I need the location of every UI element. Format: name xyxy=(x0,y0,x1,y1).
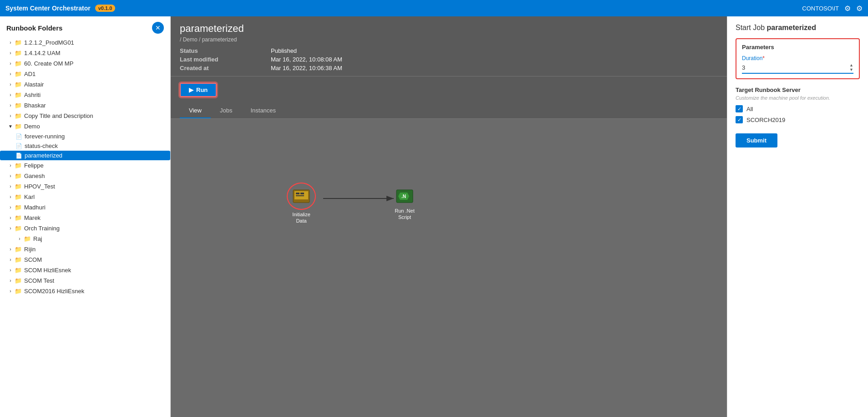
sidebar-close-button[interactable]: ✕ xyxy=(152,22,164,34)
sidebar-item-hpov[interactable]: › 📁 HPOV_Test xyxy=(0,181,170,192)
folder-label: Madhuri xyxy=(24,204,46,211)
sidebar-item-bhaskar[interactable]: › 📁 Bhaskar xyxy=(0,100,170,111)
chevron-icon: › xyxy=(6,173,15,178)
sidebar-item-ganesh[interactable]: › 📁 Ganesh xyxy=(0,171,170,181)
tab-instances[interactable]: Instances xyxy=(241,103,285,118)
play-icon: ▶ xyxy=(189,86,193,93)
content-area: parameterized / Demo / parameterized Sta… xyxy=(171,16,727,417)
folder-tree: › 📁 1.2.1.2_ProdMG01 › 📁 1.4.14.2 UAM › … xyxy=(0,37,170,296)
folder-label: SCOM HizliEsnek xyxy=(24,267,71,274)
chevron-icon: › xyxy=(6,184,15,189)
file-icon: 📄 xyxy=(15,153,22,159)
checkbox-all-row: ✓ All xyxy=(736,105,860,112)
panel-title: Start Job parameterized xyxy=(736,24,860,32)
params-section-title: Parameters xyxy=(742,44,853,51)
sidebar-item-scom2016[interactable]: › 📁 SCOM2016 HizliEsnek xyxy=(0,286,170,296)
checkbox-all[interactable]: ✓ xyxy=(736,105,743,112)
folder-label: Ganesh xyxy=(24,173,45,179)
sidebar-item-felippe[interactable]: › 📁 Felippe xyxy=(0,160,170,171)
folder-icon: 📁 xyxy=(15,162,22,169)
sidebar-item-raj[interactable]: › 📁 Raj xyxy=(0,234,170,244)
chevron-icon: › xyxy=(6,71,15,76)
folder-icon: 📁 xyxy=(15,267,22,274)
sidebar-item-status-check[interactable]: 📄 status-check xyxy=(0,141,170,151)
folder-icon: 📁 xyxy=(15,92,22,98)
sidebar-item-scomtest[interactable]: › 📁 SCOM Test xyxy=(0,275,170,286)
sidebar-item-demo[interactable]: ▼ 📁 Demo xyxy=(0,121,170,132)
panel-title-start: Start Job xyxy=(736,24,766,31)
content-header: parameterized / Demo / parameterized Sta… xyxy=(171,16,727,76)
submit-button[interactable]: Submit xyxy=(736,133,777,147)
sidebar-item-60[interactable]: › 📁 60. Create OM MP xyxy=(0,58,170,69)
chevron-icon: › xyxy=(6,247,15,252)
folder-icon: 📁 xyxy=(15,123,22,130)
sidebar-item-rijin[interactable]: › 📁 Rijin xyxy=(0,244,170,254)
chevron-icon: › xyxy=(6,163,15,168)
chevron-icon: › xyxy=(6,113,15,118)
sidebar-item-scomhizli[interactable]: › 📁 SCOM HizliEsnek xyxy=(0,265,170,275)
sidebar-item-1414[interactable]: › 📁 1.4.14.2 UAM xyxy=(0,48,170,58)
created-at-value: Mar 16, 2022, 10:06:38 AM xyxy=(271,65,718,71)
parameters-box: Parameters Duration* ▲ ▼ xyxy=(736,38,860,79)
tabs-bar: View Jobs Instances xyxy=(171,103,727,119)
workflow-node-initialize[interactable]: InitializeData xyxy=(287,183,316,224)
sidebar-item-forever-running[interactable]: 📄 forever-running xyxy=(0,132,170,141)
sidebar-item-copytitle[interactable]: › 📁 Copy Title and Description xyxy=(0,111,170,121)
sidebar-item-scom[interactable]: › 📁 SCOM xyxy=(0,254,170,265)
chevron-icon: › xyxy=(6,61,15,66)
node-highlight xyxy=(287,183,316,210)
sidebar-item-orch[interactable]: › 📁 Orch Training xyxy=(0,223,170,234)
folder-label: Bhaskar xyxy=(24,102,46,109)
folder-label: Copy Title and Description xyxy=(24,112,93,119)
chevron-icon: › xyxy=(6,226,15,231)
topbar-left: System Center Orchestrator v0.1.0 xyxy=(5,5,115,12)
tab-jobs[interactable]: Jobs xyxy=(211,103,241,118)
chevron-icon: › xyxy=(6,289,15,294)
status-label: Status xyxy=(180,47,262,54)
folder-label: SCOM xyxy=(24,256,42,263)
node-label-dotnet: Run .NetScript xyxy=(395,208,414,221)
chevron-icon: › xyxy=(6,215,15,220)
checkbox-scorch[interactable]: ✓ xyxy=(736,116,743,123)
last-modified-value: Mar 16, 2022, 10:08:08 AM xyxy=(271,56,718,63)
folder-icon: 📁 xyxy=(15,225,22,232)
folder-icon: 📁 xyxy=(24,235,31,242)
right-panel: Start Job parameterized Parameters Durat… xyxy=(727,16,868,417)
sidebar-item-marek[interactable]: › 📁 Marek xyxy=(0,213,170,223)
sidebar-item-madhuri[interactable]: › 📁 Madhuri xyxy=(0,202,170,213)
sidebar-item-ashriti[interactable]: › 📁 Ashriti xyxy=(0,90,170,100)
folder-label: Raj xyxy=(33,235,42,242)
folder-label: Demo xyxy=(24,123,40,130)
duration-spinner[interactable]: ▲ ▼ xyxy=(849,63,853,72)
sidebar-item-parameterized[interactable]: 📄 parameterized xyxy=(0,151,170,160)
tab-view[interactable]: View xyxy=(180,103,211,118)
duration-label: Duration* xyxy=(742,55,853,61)
duration-input[interactable] xyxy=(742,64,848,71)
folder-icon: 📁 xyxy=(15,204,22,211)
node-icon-dotnet: .N xyxy=(394,186,416,206)
svg-text:.N: .N xyxy=(401,194,406,199)
settings-icon[interactable]: ⚙ xyxy=(844,4,851,13)
sidebar-header: Runbook Folders ✕ xyxy=(0,16,170,37)
sidebar: Runbook Folders ✕ › 📁 1.2.1.2_ProdMG01 ›… xyxy=(0,16,171,417)
workflow-node-dotnet[interactable]: .N Run .NetScript xyxy=(394,186,416,221)
folder-icon: 📁 xyxy=(15,50,22,56)
file-label: parameterized xyxy=(25,152,62,159)
sidebar-item-1212[interactable]: › 📁 1.2.1.2_ProdMG01 xyxy=(0,37,170,48)
file-label: forever-running xyxy=(25,133,65,140)
chevron-icon: › xyxy=(6,92,15,97)
folder-label: AD1 xyxy=(24,71,36,77)
sidebar-title: Runbook Folders xyxy=(6,24,62,32)
folder-label: 60. Create OM MP xyxy=(24,60,73,67)
folder-icon: 📁 xyxy=(15,288,22,295)
sidebar-item-karl[interactable]: › 📁 Karl xyxy=(0,192,170,202)
run-button[interactable]: ▶ Run xyxy=(180,83,217,97)
sidebar-item-alastair[interactable]: › 📁 Alastair xyxy=(0,79,170,90)
topbar-user: CONTOSO\IT xyxy=(802,5,839,12)
chevron-icon: ▼ xyxy=(6,124,15,129)
folder-icon: 📁 xyxy=(15,81,22,88)
canvas-area: InitializeData .N Run .NetScript xyxy=(171,119,727,417)
sidebar-item-ad1[interactable]: › 📁 AD1 xyxy=(0,69,170,79)
folder-icon: 📁 xyxy=(15,214,22,221)
gear-icon[interactable]: ⚙ xyxy=(856,4,863,13)
